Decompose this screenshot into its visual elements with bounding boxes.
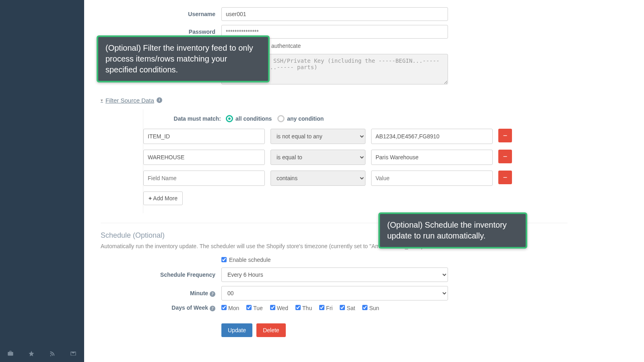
callout-filter: (Optional) Filter the inventory feed to … (97, 35, 270, 82)
radio-any-circle (277, 115, 285, 122)
minute-select[interactable]: 00 (221, 286, 448, 300)
sidebar-bottom-icons (0, 345, 84, 362)
filter-field-2[interactable] (143, 150, 265, 165)
day-sun[interactable]: Sun (362, 305, 379, 311)
radio-all-label: all conditions (235, 115, 272, 122)
day-thu[interactable]: Thu (295, 305, 312, 311)
days-row: Mon Tue Wed Thu Fri Sat Sun (221, 305, 448, 311)
delete-button[interactable]: Delete (256, 323, 285, 337)
day-fri[interactable]: Fri (319, 305, 332, 311)
filter-row-2: is equal to − (143, 150, 568, 165)
filter-remove-2[interactable]: − (498, 150, 512, 163)
filter-value-1[interactable] (371, 129, 493, 144)
briefcase-icon[interactable] (0, 350, 21, 357)
username-input[interactable] (221, 7, 448, 21)
schedule-freq-label: Schedule Frequency (101, 272, 221, 278)
info-icon[interactable]: ? (210, 306, 215, 311)
match-label: Data must match: (143, 115, 226, 122)
filter-source-toggle[interactable]: ▾ Filter Source Data i (101, 97, 162, 104)
day-wed[interactable]: Wed (270, 305, 289, 311)
plus-icon: + (149, 195, 152, 202)
radio-any-condition[interactable]: any condition (277, 115, 324, 122)
filter-value-3[interactable] (371, 171, 493, 186)
radio-any-label: any condition (287, 115, 324, 122)
enable-schedule-wrap[interactable]: Enable schedule (221, 257, 271, 263)
add-more-button[interactable]: + Add More (143, 191, 183, 205)
day-sat[interactable]: Sat (340, 305, 355, 311)
radio-all-conditions[interactable]: all conditions (226, 115, 272, 122)
chevron-down-icon: ▾ (101, 98, 103, 103)
day-tue[interactable]: Tue (246, 305, 263, 311)
filter-field-1[interactable] (143, 129, 265, 144)
filter-value-2[interactable] (371, 150, 493, 165)
filter-remove-3[interactable]: − (498, 171, 512, 184)
enable-schedule-label: Enable schedule (229, 257, 271, 263)
rss-icon[interactable] (42, 350, 63, 357)
filter-op-3[interactable]: contains (270, 171, 365, 186)
star-icon[interactable] (21, 350, 42, 357)
info-icon[interactable]: ? (210, 291, 215, 297)
minute-label: Minute ? (101, 290, 221, 297)
schedule-freq-select[interactable]: Every 6 Hours (221, 267, 448, 282)
sidebar (0, 0, 84, 362)
filter-op-2[interactable]: is equal to (270, 150, 365, 165)
filter-op-1[interactable]: is not equal to any (270, 129, 365, 144)
filter-row-1: is not equal to any − (143, 129, 568, 144)
filter-section-label: Filter Source Data (105, 97, 154, 104)
username-label: Username (101, 11, 221, 17)
info-icon[interactable]: i (157, 97, 162, 103)
dow-label: Days of Week ? (101, 304, 221, 311)
day-mon[interactable]: Mon (221, 305, 239, 311)
envelope-icon[interactable] (63, 350, 84, 357)
filter-block: Data must match: all conditions any cond… (143, 109, 568, 213)
callout-schedule: (Optional) Schedule the inventory update… (378, 212, 527, 249)
update-button[interactable]: Update (221, 323, 252, 337)
filter-row-3: contains − (143, 171, 568, 186)
radio-all-circle (226, 115, 233, 122)
filter-field-3[interactable] (143, 171, 265, 186)
add-more-label: Add More (152, 195, 178, 202)
password-label: Password (101, 29, 221, 35)
enable-schedule-checkbox[interactable] (221, 257, 227, 262)
filter-remove-1[interactable]: − (498, 129, 512, 142)
